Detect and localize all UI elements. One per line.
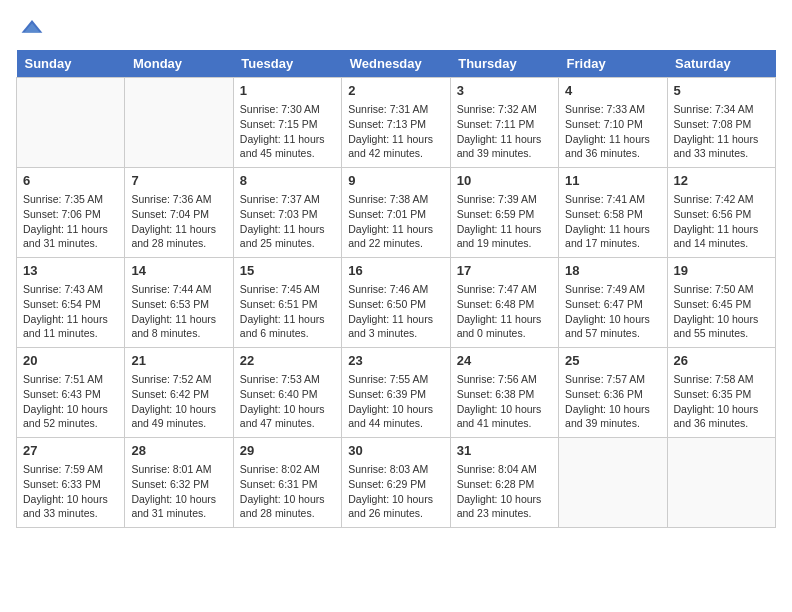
- day-number: 17: [457, 262, 552, 280]
- day-number: 18: [565, 262, 660, 280]
- day-number: 5: [674, 82, 769, 100]
- day-info: Sunrise: 7:45 AM Sunset: 6:51 PM Dayligh…: [240, 282, 335, 341]
- day-info: Sunrise: 7:53 AM Sunset: 6:40 PM Dayligh…: [240, 372, 335, 431]
- day-info: Sunrise: 7:33 AM Sunset: 7:10 PM Dayligh…: [565, 102, 660, 161]
- calendar-cell: 13Sunrise: 7:43 AM Sunset: 6:54 PM Dayli…: [17, 258, 125, 348]
- day-info: Sunrise: 8:04 AM Sunset: 6:28 PM Dayligh…: [457, 462, 552, 521]
- day-of-week-header: Sunday: [17, 50, 125, 78]
- calendar-cell: 23Sunrise: 7:55 AM Sunset: 6:39 PM Dayli…: [342, 348, 450, 438]
- day-number: 30: [348, 442, 443, 460]
- week-row: 6Sunrise: 7:35 AM Sunset: 7:06 PM Daylig…: [17, 168, 776, 258]
- week-row: 1Sunrise: 7:30 AM Sunset: 7:15 PM Daylig…: [17, 78, 776, 168]
- day-info: Sunrise: 7:38 AM Sunset: 7:01 PM Dayligh…: [348, 192, 443, 251]
- day-info: Sunrise: 7:56 AM Sunset: 6:38 PM Dayligh…: [457, 372, 552, 431]
- day-number: 15: [240, 262, 335, 280]
- day-info: Sunrise: 7:44 AM Sunset: 6:53 PM Dayligh…: [131, 282, 226, 341]
- day-info: Sunrise: 7:30 AM Sunset: 7:15 PM Dayligh…: [240, 102, 335, 161]
- day-number: 12: [674, 172, 769, 190]
- day-of-week-header: Wednesday: [342, 50, 450, 78]
- day-number: 2: [348, 82, 443, 100]
- day-number: 14: [131, 262, 226, 280]
- day-number: 8: [240, 172, 335, 190]
- day-of-week-header: Monday: [125, 50, 233, 78]
- calendar-cell: 1Sunrise: 7:30 AM Sunset: 7:15 PM Daylig…: [233, 78, 341, 168]
- day-number: 29: [240, 442, 335, 460]
- day-info: Sunrise: 8:02 AM Sunset: 6:31 PM Dayligh…: [240, 462, 335, 521]
- calendar-cell: 11Sunrise: 7:41 AM Sunset: 6:58 PM Dayli…: [559, 168, 667, 258]
- day-info: Sunrise: 7:34 AM Sunset: 7:08 PM Dayligh…: [674, 102, 769, 161]
- page-header: [16, 16, 776, 40]
- day-number: 25: [565, 352, 660, 370]
- calendar-cell: 12Sunrise: 7:42 AM Sunset: 6:56 PM Dayli…: [667, 168, 775, 258]
- day-number: 4: [565, 82, 660, 100]
- day-info: Sunrise: 7:37 AM Sunset: 7:03 PM Dayligh…: [240, 192, 335, 251]
- day-number: 13: [23, 262, 118, 280]
- day-of-week-header: Saturday: [667, 50, 775, 78]
- calendar-cell: 7Sunrise: 7:36 AM Sunset: 7:04 PM Daylig…: [125, 168, 233, 258]
- calendar-cell: 16Sunrise: 7:46 AM Sunset: 6:50 PM Dayli…: [342, 258, 450, 348]
- day-info: Sunrise: 7:50 AM Sunset: 6:45 PM Dayligh…: [674, 282, 769, 341]
- day-of-week-header: Tuesday: [233, 50, 341, 78]
- day-number: 11: [565, 172, 660, 190]
- calendar-cell: 26Sunrise: 7:58 AM Sunset: 6:35 PM Dayli…: [667, 348, 775, 438]
- day-info: Sunrise: 7:43 AM Sunset: 6:54 PM Dayligh…: [23, 282, 118, 341]
- day-number: 19: [674, 262, 769, 280]
- calendar-cell: 20Sunrise: 7:51 AM Sunset: 6:43 PM Dayli…: [17, 348, 125, 438]
- day-number: 20: [23, 352, 118, 370]
- day-info: Sunrise: 7:51 AM Sunset: 6:43 PM Dayligh…: [23, 372, 118, 431]
- day-number: 26: [674, 352, 769, 370]
- day-info: Sunrise: 7:59 AM Sunset: 6:33 PM Dayligh…: [23, 462, 118, 521]
- day-info: Sunrise: 7:32 AM Sunset: 7:11 PM Dayligh…: [457, 102, 552, 161]
- calendar-cell: 2Sunrise: 7:31 AM Sunset: 7:13 PM Daylig…: [342, 78, 450, 168]
- calendar-cell: 8Sunrise: 7:37 AM Sunset: 7:03 PM Daylig…: [233, 168, 341, 258]
- calendar-cell: 25Sunrise: 7:57 AM Sunset: 6:36 PM Dayli…: [559, 348, 667, 438]
- day-number: 24: [457, 352, 552, 370]
- calendar-table: SundayMondayTuesdayWednesdayThursdayFrid…: [16, 50, 776, 528]
- day-number: 3: [457, 82, 552, 100]
- day-info: Sunrise: 7:46 AM Sunset: 6:50 PM Dayligh…: [348, 282, 443, 341]
- day-number: 16: [348, 262, 443, 280]
- day-number: 31: [457, 442, 552, 460]
- day-info: Sunrise: 7:58 AM Sunset: 6:35 PM Dayligh…: [674, 372, 769, 431]
- calendar-cell: 21Sunrise: 7:52 AM Sunset: 6:42 PM Dayli…: [125, 348, 233, 438]
- day-number: 9: [348, 172, 443, 190]
- day-info: Sunrise: 7:41 AM Sunset: 6:58 PM Dayligh…: [565, 192, 660, 251]
- day-info: Sunrise: 8:01 AM Sunset: 6:32 PM Dayligh…: [131, 462, 226, 521]
- calendar-cell: 4Sunrise: 7:33 AM Sunset: 7:10 PM Daylig…: [559, 78, 667, 168]
- day-info: Sunrise: 7:57 AM Sunset: 6:36 PM Dayligh…: [565, 372, 660, 431]
- calendar-cell: 6Sunrise: 7:35 AM Sunset: 7:06 PM Daylig…: [17, 168, 125, 258]
- week-row: 27Sunrise: 7:59 AM Sunset: 6:33 PM Dayli…: [17, 438, 776, 528]
- day-number: 1: [240, 82, 335, 100]
- calendar-cell: [667, 438, 775, 528]
- calendar-cell: 19Sunrise: 7:50 AM Sunset: 6:45 PM Dayli…: [667, 258, 775, 348]
- day-number: 23: [348, 352, 443, 370]
- day-number: 6: [23, 172, 118, 190]
- calendar-cell: 30Sunrise: 8:03 AM Sunset: 6:29 PM Dayli…: [342, 438, 450, 528]
- day-info: Sunrise: 7:35 AM Sunset: 7:06 PM Dayligh…: [23, 192, 118, 251]
- day-info: Sunrise: 7:42 AM Sunset: 6:56 PM Dayligh…: [674, 192, 769, 251]
- day-number: 27: [23, 442, 118, 460]
- calendar-cell: 29Sunrise: 8:02 AM Sunset: 6:31 PM Dayli…: [233, 438, 341, 528]
- logo: [16, 16, 44, 40]
- calendar-cell: 9Sunrise: 7:38 AM Sunset: 7:01 PM Daylig…: [342, 168, 450, 258]
- day-info: Sunrise: 7:55 AM Sunset: 6:39 PM Dayligh…: [348, 372, 443, 431]
- day-info: Sunrise: 8:03 AM Sunset: 6:29 PM Dayligh…: [348, 462, 443, 521]
- calendar-cell: 28Sunrise: 8:01 AM Sunset: 6:32 PM Dayli…: [125, 438, 233, 528]
- day-number: 21: [131, 352, 226, 370]
- week-row: 13Sunrise: 7:43 AM Sunset: 6:54 PM Dayli…: [17, 258, 776, 348]
- day-number: 7: [131, 172, 226, 190]
- day-of-week-header: Friday: [559, 50, 667, 78]
- calendar-cell: 5Sunrise: 7:34 AM Sunset: 7:08 PM Daylig…: [667, 78, 775, 168]
- calendar-cell: [559, 438, 667, 528]
- calendar-cell: 15Sunrise: 7:45 AM Sunset: 6:51 PM Dayli…: [233, 258, 341, 348]
- calendar-cell: 14Sunrise: 7:44 AM Sunset: 6:53 PM Dayli…: [125, 258, 233, 348]
- calendar-cell: [17, 78, 125, 168]
- day-number: 28: [131, 442, 226, 460]
- day-number: 10: [457, 172, 552, 190]
- calendar-cell: 10Sunrise: 7:39 AM Sunset: 6:59 PM Dayli…: [450, 168, 558, 258]
- calendar-cell: 27Sunrise: 7:59 AM Sunset: 6:33 PM Dayli…: [17, 438, 125, 528]
- calendar-cell: 17Sunrise: 7:47 AM Sunset: 6:48 PM Dayli…: [450, 258, 558, 348]
- calendar-cell: 24Sunrise: 7:56 AM Sunset: 6:38 PM Dayli…: [450, 348, 558, 438]
- day-info: Sunrise: 7:31 AM Sunset: 7:13 PM Dayligh…: [348, 102, 443, 161]
- day-info: Sunrise: 7:49 AM Sunset: 6:47 PM Dayligh…: [565, 282, 660, 341]
